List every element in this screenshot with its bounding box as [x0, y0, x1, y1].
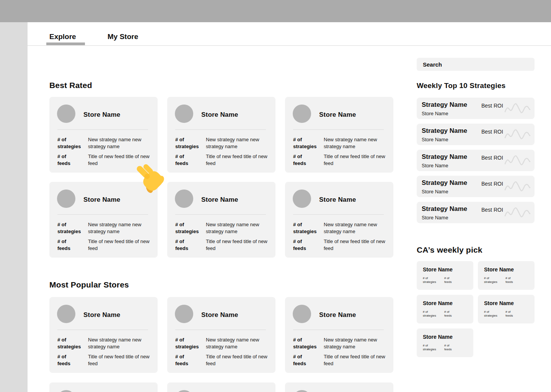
store-card[interactable]: Store Name # of strategies New strategy … [49, 297, 158, 373]
divider [175, 129, 266, 130]
store-card[interactable]: Store Name # of strategies New strategy … [285, 297, 393, 373]
weekly-pick-card[interactable]: Store Name # of strategies # of feeds [478, 295, 535, 323]
stat-label: # of strategies [175, 221, 206, 235]
stat-row-strategies: # of strategies New strategy name new st… [175, 136, 269, 150]
strategy-name: Strategy Name [422, 205, 467, 213]
store-name: Store Name [423, 300, 453, 306]
stat-label: # of strategies [57, 336, 88, 350]
store-card[interactable]: Store Name # of strategies New strategy … [49, 182, 158, 258]
stat-value: New strategy name new strategy name [324, 136, 386, 150]
divider [293, 214, 384, 215]
store-name: Store Name [83, 311, 120, 319]
section-title-weekly-pick: CA’s weekly pick [417, 245, 535, 255]
store-avatar [293, 305, 311, 323]
store-avatar [57, 105, 75, 123]
stat-value: New strategy name new strategy name [88, 136, 151, 150]
store-name: Store Name [423, 266, 453, 273]
store-card[interactable]: Store Name # of strategies New strategy … [49, 97, 158, 173]
strategy-card[interactable]: Strategy Name Store Name Best ROI [417, 98, 535, 119]
strategy-card[interactable]: Strategy Name Store Name Best ROI [417, 202, 535, 223]
store-name: Store Name [201, 196, 238, 204]
main-content: Best Rated Store Name # of strategies Ne… [49, 46, 393, 392]
store-card[interactable]: Store Name # of strategies New strategy … [49, 382, 158, 392]
stat-label-strategies: # of strategies [423, 344, 436, 351]
stat-row-strategies: # of strategies New strategy name new st… [57, 336, 151, 350]
stat-value: New strategy name new strategy name [324, 221, 386, 235]
stat-value: New strategy name new strategy name [206, 136, 269, 150]
store-card[interactable]: Store Name # of strategies New strategy … [285, 382, 393, 392]
stat-value: New strategy name new strategy name [88, 336, 151, 350]
right-sidebar: Search Weekly Top 10 Strategies Strategy… [417, 46, 535, 357]
store-avatar [175, 105, 193, 123]
weekly-pick-card[interactable]: Store Name # of strategies # of feeds [478, 261, 535, 290]
stat-row-feeds: # of feeds Title of new feed title of ne… [175, 353, 269, 367]
stat-row-feeds: # of feeds Title of new feed title of ne… [293, 353, 386, 367]
stat-value: New strategy name new strategy name [88, 221, 151, 235]
store-name: Store Name [201, 311, 238, 319]
strategy-store-name: Store Name [422, 189, 448, 194]
divider [293, 129, 384, 130]
store-card[interactable]: Store Name # of strategies New strategy … [167, 182, 276, 258]
strategy-card[interactable]: Strategy Name Store Name Best ROI [417, 124, 535, 145]
stat-row-feeds: # of feeds Title of new feed title of ne… [175, 153, 269, 167]
weekly-pick-card[interactable]: Store Name # of strategies # of feeds [417, 261, 473, 290]
weekly-pick-grid: Store Name # of strategies # of feeds St… [417, 261, 535, 357]
tab-my-store[interactable]: My Store [108, 33, 138, 41]
store-card[interactable]: Store Name # of strategies New strategy … [285, 97, 393, 173]
search-input[interactable]: Search [417, 58, 535, 71]
stat-label: # of feeds [293, 238, 324, 252]
store-avatar [293, 189, 311, 208]
weekly-top-list: Strategy Name Store Name Best ROI Strate… [417, 98, 535, 223]
store-avatar [293, 105, 311, 123]
sparkline-icon [504, 127, 531, 140]
strategy-name: Strategy Name [422, 127, 467, 135]
store-card[interactable]: Store Name # of strategies New strategy … [167, 97, 276, 173]
best-roi-label: Best ROI [481, 129, 503, 135]
stat-value: New strategy name new strategy name [206, 221, 269, 235]
section-title-most-popular: Most Popular Stores [49, 280, 393, 290]
stat-label: # of strategies [175, 336, 206, 350]
stat-value: Title of new feed title of new feed [324, 238, 386, 252]
stat-value: Title of new feed title of new feed [88, 153, 151, 167]
store-avatar [293, 390, 311, 392]
divider [175, 214, 266, 215]
stat-label-strategies: # of strategies [484, 276, 497, 284]
weekly-pick-card[interactable]: Store Name # of strategies # of feeds [417, 328, 473, 357]
strategy-card[interactable]: Strategy Name Store Name Best ROI [417, 176, 535, 197]
strategy-card[interactable]: Strategy Name Store Name Best ROI [417, 150, 535, 171]
store-card[interactable]: Store Name # of strategies New strategy … [167, 382, 276, 392]
divider [57, 129, 148, 130]
divider [57, 330, 148, 330]
stat-row-feeds: # of feeds Title of new feed title of ne… [293, 238, 386, 252]
stat-label-feeds: # of feeds [444, 344, 452, 351]
stat-row-strategies: # of strategies New strategy name new st… [293, 221, 386, 235]
stat-label: # of strategies [293, 136, 324, 150]
section-title-weekly-top: Weekly Top 10 Strategies [417, 81, 535, 91]
store-card[interactable]: Store Name # of strategies New strategy … [285, 182, 393, 258]
active-tab-underline [46, 42, 85, 45]
stat-row-feeds: # of feeds Title of new feed title of ne… [293, 153, 386, 167]
stat-row-feeds: # of feeds Title of new feed title of ne… [57, 238, 151, 252]
stat-value: New strategy name new strategy name [206, 336, 269, 350]
stat-row-strategies: # of strategies New strategy name new st… [175, 221, 269, 235]
store-name: Store Name [83, 196, 120, 204]
stat-label-strategies: # of strategies [423, 310, 436, 318]
strategy-name: Strategy Name [422, 101, 467, 109]
stat-label: # of feeds [175, 353, 206, 367]
store-name: Store Name [319, 311, 356, 319]
sparkline-icon [504, 206, 531, 219]
top-bar [0, 0, 551, 22]
store-card[interactable]: Store Name # of strategies New strategy … [167, 297, 276, 373]
sparkline-icon [504, 154, 531, 167]
store-name: Store Name [423, 334, 453, 340]
tab-explore[interactable]: Explore [49, 33, 76, 41]
divider [175, 330, 266, 330]
store-avatar [175, 189, 193, 208]
store-avatar [175, 390, 193, 392]
store-name: Store Name [319, 111, 356, 119]
stat-label: # of feeds [293, 353, 324, 367]
strategy-store-name: Store Name [422, 137, 448, 142]
store-avatar [57, 189, 75, 208]
stat-value: Title of new feed title of new feed [324, 353, 386, 367]
weekly-pick-card[interactable]: Store Name # of strategies # of feeds [417, 295, 473, 323]
